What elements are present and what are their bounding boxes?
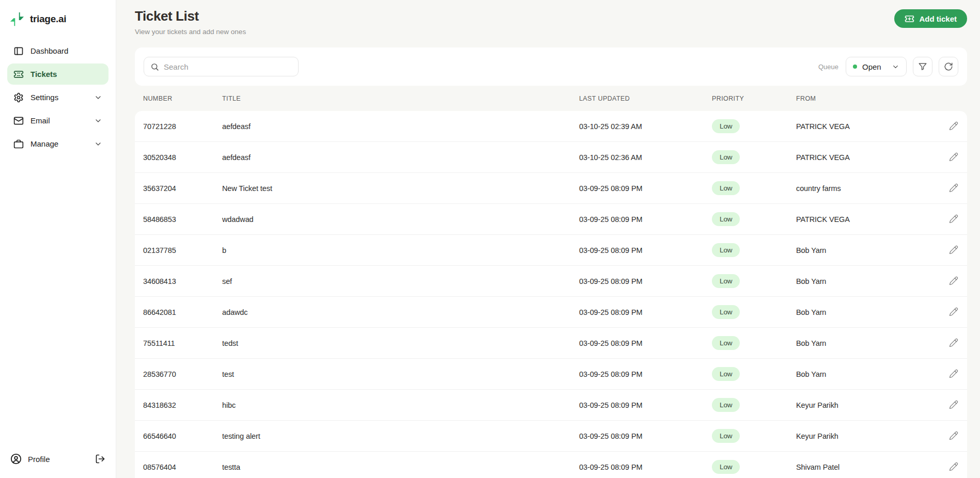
table-row[interactable]: 58486853 wdadwad 03-09-25 08:09 PM Low P… [135,204,967,235]
ticket-from: Bob Yarn [796,339,938,347]
priority-badge: Low [712,212,740,226]
column-header-number: NUMBER [143,95,222,102]
table-row[interactable]: 28536770 test 03-09-25 08:09 PM Low Bob … [135,359,967,390]
sidebar-item-tickets[interactable]: Tickets [7,63,108,85]
pencil-icon [949,307,958,316]
edit-ticket-button[interactable] [948,121,959,132]
queue-label: Queue [818,63,838,71]
table-row[interactable]: 02137785 b 03-09-25 08:09 PM Low Bob Yar… [135,235,967,266]
pencil-icon [949,214,958,224]
ticket-title: tedst [222,339,579,347]
ticket-last-updated: 03-09-25 08:09 PM [579,370,712,378]
briefcase-icon [13,139,24,149]
toolbar-right: Queue Open [818,57,958,76]
ticket-from: Bob Yarn [796,370,938,378]
user-circle-icon [10,453,22,465]
add-ticket-button[interactable]: Add ticket [894,9,967,28]
chevron-down-icon [94,117,102,125]
priority-badge: Low [712,181,740,195]
chevron-down-icon [94,93,102,102]
refresh-button[interactable] [939,57,958,76]
sidebar-item-label: Manage [30,139,58,148]
edit-ticket-button[interactable] [948,462,959,472]
filter-icon [918,62,927,71]
priority-badge: Low [712,119,740,133]
ticket-number: 84318632 [143,401,222,409]
table-row[interactable]: 86642081 adawdc 03-09-25 08:09 PM Low Bo… [135,297,967,328]
column-header-last-updated: LAST UPDATED [579,95,712,102]
ticket-from: Bob Yarn [796,277,938,285]
sidebar-item-manage[interactable]: Manage [7,133,108,154]
ticket-last-updated: 03-09-25 08:09 PM [579,401,712,409]
pencil-icon [949,183,958,193]
edit-ticket-button[interactable] [948,276,959,286]
edit-ticket-button[interactable] [948,400,959,410]
ticket-from: Shivam Patel [796,463,938,471]
edit-ticket-button[interactable] [948,152,959,163]
pencil-icon [949,462,958,471]
ticket-from: PATRICK VEGA [796,153,938,162]
gear-icon [13,92,24,103]
chevron-down-icon [892,63,899,71]
edit-ticket-button[interactable] [948,369,959,379]
edit-ticket-button[interactable] [948,245,959,256]
ticket-last-updated: 03-10-25 02:36 AM [579,153,712,162]
main-content: Ticket List View your tickets and add ne… [116,0,980,478]
table-row[interactable]: 75511411 tedst 03-09-25 08:09 PM Low Bob… [135,328,967,359]
sidebar-item-label: Email [30,116,50,125]
pencil-icon [949,369,958,378]
ticket-last-updated: 03-09-25 08:09 PM [579,463,712,471]
table-row[interactable]: 35637204 New Ticket test 03-09-25 08:09 … [135,173,967,204]
table-row[interactable]: 34608413 sef 03-09-25 08:09 PM Low Bob Y… [135,266,967,297]
priority-badge: Low [712,336,740,350]
queue-select[interactable]: Open [846,57,907,76]
refresh-icon [944,62,953,71]
ticket-icon [13,69,24,79]
ticket-last-updated: 03-09-25 08:09 PM [579,277,712,285]
priority-badge: Low [712,398,740,412]
ticket-last-updated: 03-09-25 08:09 PM [579,246,712,254]
sidebar-item-settings[interactable]: Settings [7,87,108,108]
table-row[interactable]: 84318632 hibc 03-09-25 08:09 PM Low Keyu… [135,390,967,421]
ticket-from: country farms [796,184,938,193]
ticket-title: b [222,246,579,254]
chevron-down-icon [94,140,102,148]
ticket-title: aefdeasf [222,153,579,162]
sidebar: triage.ai Dashboard Tickets Settings Ema… [0,0,116,478]
search-input[interactable] [164,62,292,71]
priority-badge: Low [712,367,740,381]
ticket-title: test [222,370,579,378]
edit-ticket-button[interactable] [948,307,959,317]
table-row[interactable]: 70721228 aefdeasf 03-10-25 02:39 AM Low … [135,111,967,142]
brand-logo-icon [9,11,25,27]
ticket-number: 02137785 [143,246,222,254]
edit-ticket-button[interactable] [948,183,959,194]
column-header-priority: PRIORITY [712,95,796,102]
edit-ticket-button[interactable] [948,338,959,348]
ticket-title: sef [222,277,579,285]
edit-ticket-button[interactable] [948,431,959,441]
table-row[interactable]: 30520348 aefdeasf 03-10-25 02:36 AM Low … [135,142,967,173]
mail-icon [13,116,24,126]
filter-button[interactable] [913,57,932,76]
ticket-last-updated: 03-10-25 02:39 AM [579,122,712,131]
dashboard-icon [13,46,24,56]
pencil-icon [949,276,958,285]
table-row[interactable]: 08576404 testta 03-09-25 08:09 PM Low Sh… [135,452,967,478]
status-dot-icon [853,65,857,69]
search-icon [150,62,159,71]
edit-ticket-button[interactable] [948,214,959,225]
table-header: NUMBER TITLE LAST UPDATED PRIORITY FROM [135,86,967,111]
search-box [144,57,299,76]
profile-label[interactable]: Profile [28,455,50,464]
table-row[interactable]: 66546640 testing alert 03-09-25 08:09 PM… [135,421,967,452]
column-header-from: FROM [796,95,938,102]
pencil-icon [949,152,958,162]
sidebar-item-label: Tickets [30,70,57,78]
priority-badge: Low [712,460,740,474]
sidebar-item-email[interactable]: Email [7,110,108,131]
ticket-title: New Ticket test [222,184,579,193]
sidebar-item-dashboard[interactable]: Dashboard [7,40,108,61]
ticket-title: adawdc [222,308,579,316]
logout-button[interactable] [95,454,105,464]
